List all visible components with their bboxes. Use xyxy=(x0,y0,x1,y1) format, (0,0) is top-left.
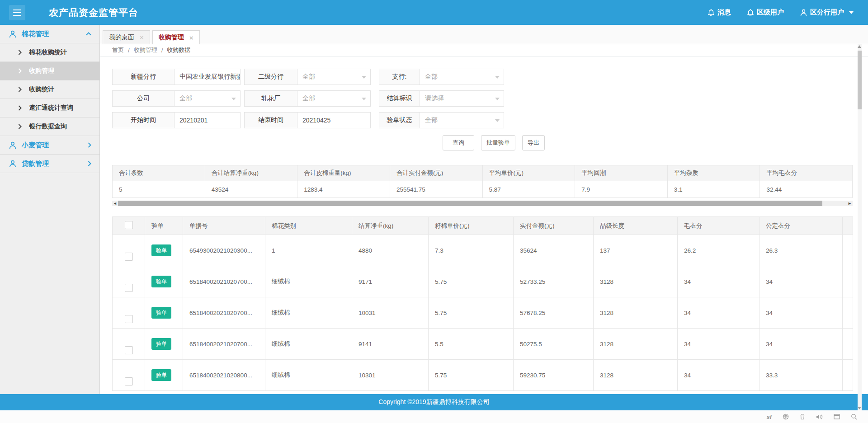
sidebar-group-cotton[interactable]: 棉花管理 xyxy=(0,25,99,43)
sub-branch-select[interactable]: 全部 xyxy=(420,69,504,85)
chevron-right-icon xyxy=(18,105,22,111)
messages-menu-item[interactable]: 消息 xyxy=(708,8,731,17)
district-user-label: 区级用户 xyxy=(757,8,784,17)
row-checkbox[interactable] xyxy=(125,253,133,261)
scroll-up-icon[interactable] xyxy=(858,45,861,48)
header-paid-amount: 实付金额(元) xyxy=(514,217,594,235)
trash-icon[interactable] xyxy=(800,414,805,420)
header-verify: 验单 xyxy=(145,217,183,235)
summary-total-net-weight: 43524 xyxy=(205,181,297,198)
select-all-checkbox[interactable] xyxy=(125,221,133,229)
district-user-menu-item[interactable]: 区级用户 xyxy=(747,8,784,17)
cell-seed-price: 7.3 xyxy=(429,235,514,266)
speaker-icon[interactable] xyxy=(816,414,823,420)
cell-grade-length: 3128 xyxy=(594,297,678,329)
app-window: 农产品资金监管平台 消息 区级用户 区分行用户 xyxy=(0,0,868,423)
verify-button[interactable]: 验单 xyxy=(151,244,171,256)
cell-cotton-type: 细绒棉 xyxy=(265,360,352,391)
sidebar-group-wheat[interactable]: 小麦管理 xyxy=(0,136,99,155)
close-icon[interactable]: × xyxy=(189,34,193,41)
row-checkbox[interactable] xyxy=(125,377,133,385)
sidebar-item-purchase-management[interactable]: 收购管理 xyxy=(0,62,99,80)
summary-value-row: 5 43524 1283.4 255541.75 5.87 7.9 3.1 32… xyxy=(113,181,853,198)
xinjiang-branch-select[interactable]: 中国农业发展银行新疆分行 xyxy=(175,69,241,85)
verify-button[interactable]: 验单 xyxy=(151,369,171,381)
cell-lint-pct: 34 xyxy=(678,297,760,329)
scroll-left-icon[interactable]: ◄ xyxy=(113,201,117,206)
input-value: 20210425 xyxy=(302,117,330,124)
filter-settlement-flag: 结算标识 请选择 xyxy=(379,90,504,107)
filter-xinjiang-branch: 新疆分行 中国农业发展银行新疆分行 xyxy=(112,69,241,85)
horizontal-scrollbar[interactable]: ◄ ► xyxy=(112,201,853,206)
verify-button[interactable]: 验单 xyxy=(151,307,171,319)
ginnery-select[interactable]: 全部 xyxy=(297,90,371,107)
secondary-branch-select[interactable]: 全部 xyxy=(297,69,371,85)
filter-label: 结算标识 xyxy=(379,90,420,107)
row-checkbox[interactable] xyxy=(125,315,133,323)
cell-paid-amount: 57678.25 xyxy=(514,297,594,329)
search-icon[interactable] xyxy=(851,414,857,420)
batch-verify-button[interactable]: 批量验单 xyxy=(481,135,515,150)
cell-cotton-type: 细绒棉 xyxy=(265,329,352,360)
company-select[interactable]: 全部 xyxy=(175,90,241,107)
chevron-down-icon xyxy=(362,98,366,100)
chevron-down-icon xyxy=(495,98,500,100)
verify-button[interactable]: 验单 xyxy=(151,338,171,350)
action-button-row: 查询 批量验单 导出 xyxy=(443,135,868,150)
summary-header-row: 合计条数 合计结算净重(kg) 合计皮棉重量(kg) 合计实付金额(元) 平均单… xyxy=(113,165,853,181)
summary-table: 合计条数 合计结算净重(kg) 合计皮棉重量(kg) 合计实付金额(元) 平均单… xyxy=(112,165,853,198)
select-value: 全部 xyxy=(302,94,315,103)
ime-mode-icon[interactable] xyxy=(783,414,789,420)
summary-total-paid-amount: 255541.75 xyxy=(390,181,482,198)
sidebar-item-suhuitong-stats-query[interactable]: 速汇通统计查询 xyxy=(0,99,99,118)
tab-my-desktop[interactable]: 我的桌面 × xyxy=(103,30,150,44)
sidebar: 棉花管理 棉花收购统计 收购管理 收购统计 xyxy=(0,25,100,394)
sidebar-item-bank-data-query[interactable]: 银行数据查询 xyxy=(0,118,99,136)
end-date-input[interactable]: 20210425 xyxy=(297,112,371,128)
close-icon[interactable]: × xyxy=(140,34,144,41)
table-header-row: 验单 单据号 棉花类别 结算净重(kg) 籽棉单价(元) 实付金额(元) 品级长… xyxy=(113,217,853,235)
sidebar-item-purchase-stats[interactable]: 收购统计 xyxy=(0,80,99,99)
chevron-down-icon xyxy=(231,76,236,79)
vertical-scrollbar[interactable] xyxy=(858,44,862,410)
ime-logo-icon[interactable]: sf xyxy=(766,414,772,420)
start-date-input[interactable]: 20210201 xyxy=(175,112,241,128)
header-official-lint-pct: 公定衣分 xyxy=(760,217,843,235)
cell-net-weight: 10301 xyxy=(352,360,429,391)
sidebar-group-loan[interactable]: 贷款管理 xyxy=(0,155,99,173)
breadcrumb-home[interactable]: 首页 xyxy=(112,46,124,54)
verify-button[interactable]: 验单 xyxy=(151,276,171,287)
search-button[interactable]: 查询 xyxy=(443,135,474,150)
scroll-right-icon[interactable]: ► xyxy=(848,201,852,206)
chevron-right-icon xyxy=(18,68,22,74)
cell-doc-number: 65184002021020700... xyxy=(183,297,265,329)
cell-cotton-type: 1 xyxy=(265,235,352,266)
tab-purchase-management[interactable]: 收购管理 × xyxy=(152,30,200,44)
sidebar-item-label: 棉花收购统计 xyxy=(29,48,67,56)
sidebar-item-cotton-purchase-stats[interactable]: 棉花收购统计 xyxy=(0,43,99,62)
chevron-right-icon xyxy=(18,50,22,55)
chevron-right-icon xyxy=(18,87,22,92)
row-checkbox[interactable] xyxy=(125,284,133,292)
breadcrumb-purchase-management[interactable]: 收购管理 xyxy=(134,46,157,54)
header-spacer xyxy=(843,217,853,235)
summary-header-total-net-weight: 合计结算净重(kg) xyxy=(205,165,297,181)
horizontal-scrollbar-thumb[interactable] xyxy=(118,201,822,206)
settlement-flag-select[interactable]: 请选择 xyxy=(420,90,504,107)
verify-status-select[interactable]: 全部 xyxy=(420,112,504,128)
row-checkbox[interactable] xyxy=(125,346,133,354)
main-content: 我的桌面 × 收购管理 × 首页 / 收购管理 / 收购数据 新疆分行 xyxy=(100,25,868,394)
cell-net-weight: 4880 xyxy=(352,235,429,266)
filter-row: 公司 全部 轧花厂 全部 结算标识 xyxy=(112,90,868,107)
verify-cell: 验单 xyxy=(145,360,183,391)
hamburger-menu-icon[interactable] xyxy=(9,5,25,20)
scroll-down-icon[interactable] xyxy=(858,407,861,409)
window-icon[interactable] xyxy=(834,414,840,419)
export-button[interactable]: 导出 xyxy=(522,135,545,150)
current-user-dropdown[interactable]: 区分行用户 xyxy=(800,8,854,17)
cell-lint-pct: 34 xyxy=(678,266,760,297)
row-select-cell xyxy=(113,360,145,391)
chevron-right-icon xyxy=(88,142,91,148)
sidebar-item-label: 速汇通统计查询 xyxy=(29,104,73,112)
vertical-scrollbar-thumb[interactable] xyxy=(858,51,862,109)
